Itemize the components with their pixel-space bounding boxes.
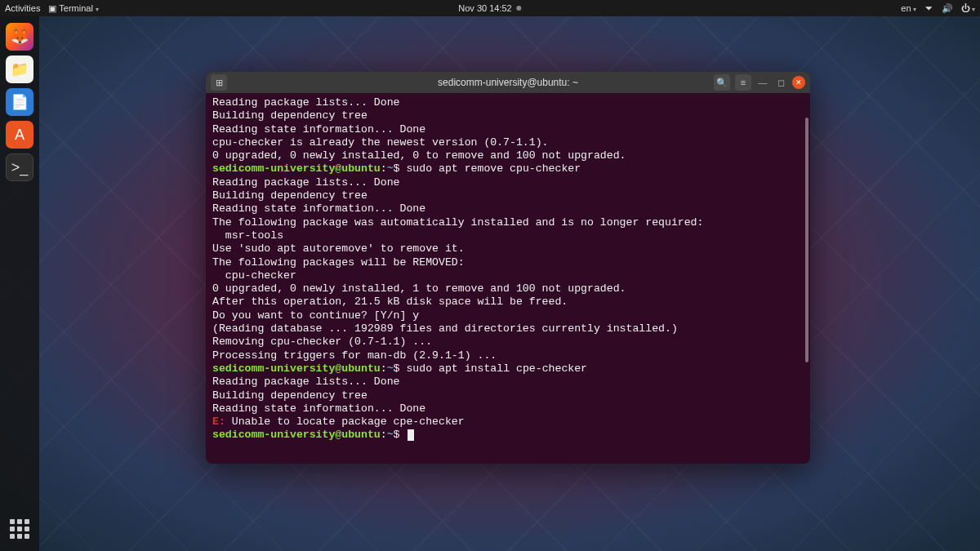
document-icon: 📄 (11, 93, 29, 111)
power-icon[interactable]: ⏻ (961, 3, 975, 13)
scrollbar[interactable] (805, 118, 808, 362)
terminal-line: Processing triggers for man-db (2.9.1-1)… (212, 349, 804, 362)
prompt-path: ~ (387, 362, 394, 375)
menu-button[interactable]: ≡ (735, 74, 751, 91)
prompt-symbol: $ (394, 162, 400, 175)
terminal-line: Do you want to continue? [Y/n] y (212, 309, 804, 322)
terminal-line: Building dependency tree (212, 109, 804, 122)
app-menu-label: Terminal (59, 3, 93, 13)
dock-firefox[interactable]: 🦊 (6, 23, 33, 51)
terminal-line: 0 upgraded, 0 newly installed, 1 to remo… (212, 282, 804, 295)
activities-button[interactable]: Activities (5, 3, 40, 13)
prompt-separator: : (381, 362, 387, 375)
terminal-line: sedicomm-university@ubuntu:~$ sudo apt i… (212, 362, 804, 375)
app-menu[interactable]: ▣ Terminal (48, 3, 99, 14)
terminal-line: 0 upgraded, 0 newly installed, 0 to remo… (212, 149, 804, 162)
dock-show-applications[interactable] (6, 515, 33, 543)
plus-box-icon: ⊞ (216, 78, 223, 88)
window-title: sedicomm-university@ubuntu: ~ (438, 77, 578, 88)
command-text (400, 429, 407, 441)
terminal-line: The following package was automatically … (212, 216, 804, 229)
volume-icon[interactable]: 🔊 (942, 3, 953, 14)
prompt-symbol: $ (394, 362, 400, 375)
input-source[interactable]: en (901, 3, 915, 13)
terminal-line: Reading package lists... Done (212, 375, 804, 389)
cursor (408, 429, 414, 441)
terminal-line: Reading package lists... Done (212, 96, 804, 109)
prompt-user-host: sedicomm-university@ubuntu (212, 429, 381, 441)
terminal-line: sedicomm-university@ubuntu:~$ (212, 429, 804, 442)
clock[interactable]: Nov 30 14:52 (458, 3, 521, 13)
search-icon: 🔍 (716, 78, 728, 88)
terminal-line: sedicomm-university@ubuntu:~$ sudo apt r… (212, 162, 804, 176)
terminal-line: msr-tools (212, 229, 804, 242)
hamburger-icon: ≡ (741, 78, 746, 87)
terminal-line: cpu-checker (212, 269, 804, 282)
terminal-line: Building dependency tree (212, 189, 804, 202)
terminal-line: E: Unable to locate package cpe-checker (212, 415, 804, 429)
terminal-line: The following packages will be REMOVED: (212, 256, 804, 269)
firefox-icon: 🦊 (11, 28, 29, 46)
search-button[interactable]: 🔍 (714, 74, 730, 91)
command-text: sudo apt remove cpu-checker (400, 162, 581, 175)
prompt-separator: : (381, 429, 387, 441)
dock-terminal[interactable]: >_ (6, 153, 33, 181)
datetime-label: Nov 30 14:52 (458, 3, 511, 13)
close-button[interactable]: ✕ (792, 76, 805, 89)
dock-document-editor[interactable]: 📄 (6, 88, 33, 116)
terminal-line: Reading state information... Done (212, 402, 804, 415)
prompt-icon: >_ (11, 159, 29, 176)
network-icon[interactable]: ⏷ (924, 3, 933, 13)
top-bar: Activities ▣ Terminal Nov 30 14:52 en ⏷ … (0, 0, 980, 16)
minimize-button[interactable]: — (756, 76, 769, 89)
terminal-line: Removing cpu-checker (0.7-1.1) ... (212, 335, 804, 349)
prompt-path: ~ (387, 429, 394, 441)
prompt-path: ~ (387, 162, 394, 175)
dock: 🦊 📁 📄 A >_ (0, 16, 39, 551)
terminal-line: After this operation, 21.5 kB disk space… (212, 295, 804, 309)
minimize-icon: — (759, 78, 768, 87)
terminal-line: Reading state information... Done (212, 202, 804, 216)
notification-dot-icon (517, 6, 522, 11)
terminal-line: Reading package lists... Done (212, 176, 804, 189)
close-icon: ✕ (795, 78, 802, 87)
maximize-button[interactable]: ◻ (774, 76, 787, 89)
terminal-line: Building dependency tree (212, 389, 804, 402)
terminal-line: cpu-checker is already the newest versio… (212, 136, 804, 149)
dock-files[interactable]: 📁 (6, 56, 33, 83)
error-text: Unable to locate package cpe-checker (225, 415, 465, 428)
window-titlebar[interactable]: ⊞ sedicomm-university@ubuntu: ~ 🔍 ≡ — ◻ … (206, 72, 810, 93)
terminal-window: ⊞ sedicomm-university@ubuntu: ~ 🔍 ≡ — ◻ … (206, 72, 810, 464)
error-prefix: E: (212, 415, 225, 428)
prompt-user-host: sedicomm-university@ubuntu (212, 362, 381, 375)
prompt-user-host: sedicomm-university@ubuntu (212, 162, 381, 175)
prompt-symbol: $ (394, 429, 400, 441)
dock-ubuntu-software[interactable]: A (6, 121, 33, 149)
terminal-line: Use 'sudo apt autoremove' to remove it. (212, 242, 804, 256)
command-text: sudo apt install cpe-checker (400, 362, 588, 375)
terminal-line: (Reading database ... 192989 files and d… (212, 322, 804, 335)
terminal-icon: ▣ (48, 3, 56, 13)
terminal-body[interactable]: Reading package lists... DoneBuilding de… (206, 93, 810, 464)
shopping-bag-icon: A (15, 127, 24, 144)
terminal-line: Reading state information... Done (212, 123, 804, 136)
new-tab-button[interactable]: ⊞ (211, 74, 227, 91)
prompt-separator: : (381, 162, 387, 175)
folder-icon: 📁 (11, 60, 29, 78)
maximize-icon: ◻ (777, 78, 785, 88)
